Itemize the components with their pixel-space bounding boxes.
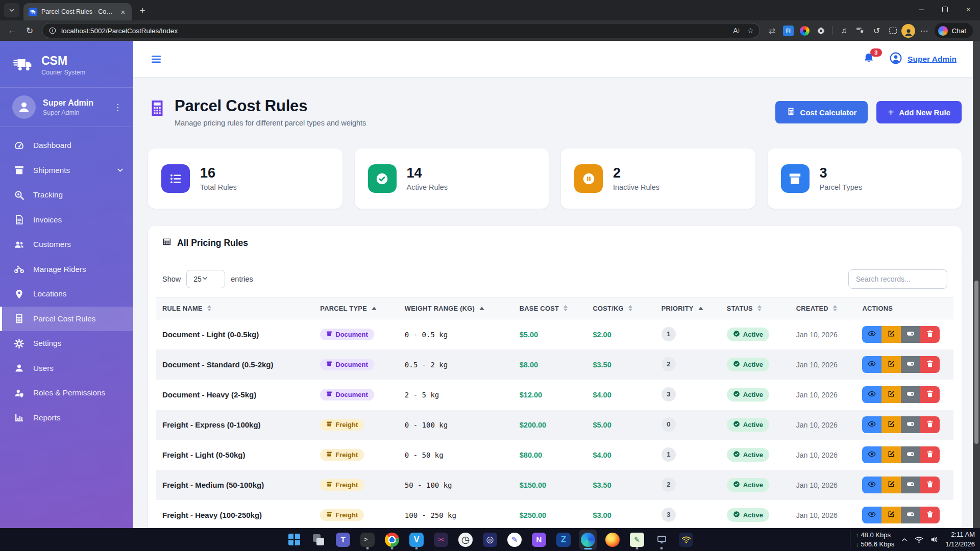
view-button[interactable] [862, 446, 881, 463]
page-scrollbar[interactable] [973, 41, 980, 528]
sidebar-item-locations[interactable]: Locations [0, 282, 133, 307]
address-bar[interactable]: localhost:5002/ParcelCostRules/Index A) … [42, 23, 760, 38]
notifications-bell[interactable]: 3 [863, 52, 875, 66]
taskbar-icon-windows-start[interactable] [285, 530, 303, 550]
edit-button[interactable] [881, 477, 901, 493]
taskbar-icon-snipping-tool[interactable]: ✂ [432, 530, 450, 550]
window-close-button[interactable]: × [957, 0, 980, 18]
toggle-status-button[interactable] [901, 507, 920, 523]
network-speed-widget[interactable]: ↑ 48.0 Kbps ↓ 506.6 Kbps [850, 531, 894, 548]
column-cost-per-kg[interactable]: COST/KG [586, 297, 655, 319]
tab-close-icon[interactable]: × [118, 7, 128, 16]
browser-tab[interactable]: Parcel Cost Rules - Courier Service × [23, 3, 132, 20]
sidebar-item-dashboard[interactable]: Dashboard [0, 133, 133, 158]
sidebar-toggle-hamburger-icon[interactable] [150, 53, 162, 65]
favorite-star-icon[interactable]: ☆ [743, 24, 757, 37]
tray-overflow-chevron-icon[interactable] [901, 536, 908, 543]
view-button[interactable] [862, 386, 881, 403]
taskbar-icon-remote-desktop[interactable] [653, 530, 670, 550]
color-picker-extension-icon[interactable] [797, 23, 812, 38]
column-priority[interactable]: PRIORITY [655, 297, 721, 319]
taskbar-icon-pen-app[interactable]: ✎ [506, 530, 523, 550]
site-info-icon[interactable] [48, 27, 57, 35]
edit-button[interactable] [881, 326, 901, 343]
new-tab-button[interactable]: + [135, 3, 150, 18]
column-base-cost[interactable]: BASE COST [513, 297, 587, 319]
wifi-icon[interactable] [915, 535, 923, 544]
edit-button[interactable] [881, 386, 901, 403]
sidebar-item-customers[interactable]: Customers [0, 232, 133, 257]
scrollbar-thumb[interactable] [974, 281, 978, 444]
view-button[interactable] [862, 326, 881, 343]
edit-button[interactable] [881, 416, 901, 433]
column-status[interactable]: STATUS [721, 297, 790, 319]
browser-menu-icon[interactable]: ⋯ [916, 23, 932, 38]
taskbar-icon-clock-app[interactable]: ◷ [457, 530, 474, 550]
view-button[interactable] [862, 416, 881, 433]
view-button[interactable] [862, 507, 881, 523]
tab-search-caret-icon[interactable] [4, 3, 19, 17]
column-parcel-type[interactable]: PARCEL TYPE [314, 297, 399, 319]
split-screen-icon[interactable]: ⇄ [764, 23, 779, 38]
column-rule-name[interactable]: RULE NAME [156, 297, 314, 319]
sidebar-item-invoices[interactable]: Invoices [0, 208, 133, 233]
toggle-status-button[interactable] [901, 477, 920, 493]
header-user-menu[interactable]: Super Admin [889, 52, 957, 67]
media-controls-icon[interactable]: ♫ [836, 23, 851, 38]
collections-icon[interactable] [852, 23, 868, 38]
delete-button[interactable] [920, 386, 940, 403]
sidebar-item-users[interactable]: Users [0, 356, 133, 381]
add-new-rule-button[interactable]: + Add New Rule [876, 101, 962, 123]
cost-calculator-button[interactable]: Cost Calculator [775, 101, 868, 123]
edit-button[interactable] [881, 356, 901, 373]
sidebar-item-roles-permissions[interactable]: Roles & Permissions [0, 381, 133, 406]
sidebar-item-tracking[interactable]: Tracking [0, 183, 133, 208]
toggle-status-button[interactable] [901, 386, 920, 403]
window-maximize-button[interactable] [933, 0, 957, 18]
sidebar-item-settings[interactable]: Settings [0, 331, 133, 356]
taskbar-icon-vscode[interactable]: V [408, 530, 425, 550]
delete-button[interactable] [920, 356, 940, 373]
delete-button[interactable] [920, 477, 940, 493]
copilot-chat-button[interactable]: Chat [935, 23, 973, 38]
delete-button[interactable] [920, 507, 940, 523]
browser-profile-avatar[interactable] [901, 24, 915, 38]
user-menu-dots-icon[interactable]: ⋮ [111, 100, 124, 115]
toggle-status-button[interactable] [901, 446, 920, 463]
delete-button[interactable] [920, 416, 940, 433]
taskbar-icon-notes-app[interactable]: ✎ [628, 530, 646, 550]
search-input[interactable] [848, 269, 947, 289]
taskbar-icon-wifi-analyzer[interactable] [677, 530, 695, 550]
view-button[interactable] [862, 477, 881, 493]
column-weight-range[interactable]: WEIGHT RANGE (KG) [399, 297, 513, 319]
sidebar-item-parcel-cost-rules[interactable]: Parcel Cost Rules [0, 307, 133, 332]
browser-back-icon[interactable]: ← [4, 23, 20, 38]
view-button[interactable] [862, 356, 881, 373]
sidebar-item-manage-riders[interactable]: Manage Riders [0, 257, 133, 282]
taskbar-icon-lens-app[interactable]: ◎ [481, 530, 499, 550]
window-minimize-button[interactable]: ─ [910, 0, 933, 18]
column-actions[interactable]: ACTIONS [856, 297, 953, 319]
taskbar-icon-chrome[interactable] [383, 530, 401, 550]
delete-button[interactable] [920, 446, 940, 463]
extension-fi-icon[interactable]: FI [780, 23, 796, 38]
sidebar-item-shipments[interactable]: Shipments [0, 158, 133, 183]
taskbar-icon-firefox[interactable] [604, 530, 621, 550]
taskbar-icon-teams[interactable]: T [334, 530, 352, 550]
taskbar-icon-task-view[interactable] [310, 530, 327, 550]
header-user-link[interactable]: Super Admin [908, 55, 957, 64]
delete-button[interactable] [920, 326, 940, 343]
edit-button[interactable] [881, 446, 901, 463]
sidebar-item-reports[interactable]: Reports [0, 406, 133, 431]
taskbar-icon-dotnet[interactable]: N [530, 530, 548, 550]
toggle-status-button[interactable] [901, 326, 920, 343]
extensions-icon[interactable] [813, 23, 828, 38]
taskbar-icon-z-app[interactable]: Z [555, 530, 572, 550]
column-created[interactable]: CREATED [790, 297, 856, 319]
toggle-status-button[interactable] [901, 416, 920, 433]
screenshot-icon[interactable] [885, 23, 900, 38]
taskbar-icon-edge[interactable] [579, 530, 597, 550]
page-size-select[interactable]: 25 [186, 270, 225, 288]
taskbar-clock[interactable]: 2:11 AM 1/12/2026 [945, 530, 975, 548]
edit-button[interactable] [881, 507, 901, 523]
